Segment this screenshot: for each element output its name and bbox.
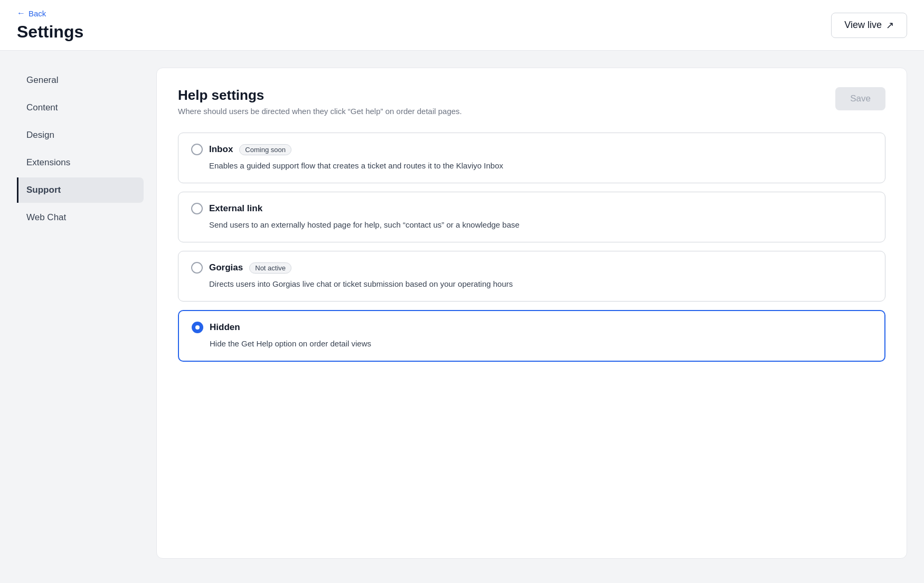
option-description-gorgias: Directs users into Gorgias live chat or … <box>191 278 872 290</box>
option-title-gorgias: Gorgias <box>209 262 243 273</box>
option-title-inbox: Inbox <box>209 144 233 155</box>
radio-external-link[interactable] <box>191 203 203 214</box>
header: ← Back Settings View live ↗ <box>0 0 924 51</box>
radio-inbox[interactable] <box>191 144 203 155</box>
option-card-hidden[interactable]: Hidden Hide the Get Help option on order… <box>178 310 885 362</box>
sidebar-item-label: Design <box>26 130 54 140</box>
sidebar-item-label: Extensions <box>26 157 70 167</box>
save-button[interactable]: Save <box>835 87 885 110</box>
option-header-inbox: Inbox Coming soon <box>191 144 872 155</box>
sidebar-item-general[interactable]: General <box>17 68 144 93</box>
radio-gorgias[interactable] <box>191 262 203 274</box>
sidebar-item-extensions[interactable]: Extensions <box>17 150 144 175</box>
option-description-hidden: Hide the Get Help option on order detail… <box>192 337 872 350</box>
sidebar-item-label: Web Chat <box>26 212 66 222</box>
option-card-external-link[interactable]: External link Send users to an externall… <box>178 192 885 242</box>
option-description-inbox: Enables a guided support flow that creat… <box>191 159 872 172</box>
content-title: Help settings <box>178 87 462 104</box>
option-card-gorgias[interactable]: Gorgias Not active Directs users into Go… <box>178 251 885 302</box>
option-header-external-link: External link <box>191 203 872 214</box>
sidebar-item-label: Support <box>26 185 61 195</box>
sidebar-item-label: Content <box>26 102 58 112</box>
option-description-external-link: Send users to an externally hosted page … <box>191 219 872 231</box>
radio-hidden[interactable] <box>192 322 203 333</box>
view-live-label: View live <box>844 20 882 31</box>
option-title-external-link: External link <box>209 203 262 214</box>
sidebar-item-label: General <box>26 75 58 85</box>
sidebar: General Content Design Extensions Suppor… <box>17 68 144 559</box>
option-title-hidden: Hidden <box>210 322 240 333</box>
main-layout: General Content Design Extensions Suppor… <box>0 51 924 576</box>
back-link[interactable]: ← Back <box>17 8 83 18</box>
sidebar-item-support[interactable]: Support <box>17 177 144 203</box>
back-label: Back <box>29 9 46 18</box>
sidebar-item-design[interactable]: Design <box>17 123 144 148</box>
sidebar-item-web-chat[interactable]: Web Chat <box>17 205 144 230</box>
page-title: Settings <box>17 22 83 42</box>
option-header-hidden: Hidden <box>192 322 872 333</box>
option-badge-gorgias: Not active <box>249 262 291 274</box>
content-description: Where should users be directed when they… <box>178 107 462 116</box>
option-header-gorgias: Gorgias Not active <box>191 262 872 274</box>
option-card-inbox[interactable]: Inbox Coming soon Enables a guided suppo… <box>178 133 885 183</box>
sidebar-item-content[interactable]: Content <box>17 95 144 120</box>
header-left: ← Back Settings <box>17 8 83 42</box>
option-badge-inbox: Coming soon <box>239 144 291 155</box>
back-arrow-icon: ← <box>17 8 25 18</box>
content-header: Help settings Where should users be dire… <box>178 87 885 116</box>
external-link-icon: ↗ <box>886 20 894 31</box>
view-live-button[interactable]: View live ↗ <box>831 13 907 38</box>
content-area: Help settings Where should users be dire… <box>156 68 907 559</box>
content-header-left: Help settings Where should users be dire… <box>178 87 462 116</box>
